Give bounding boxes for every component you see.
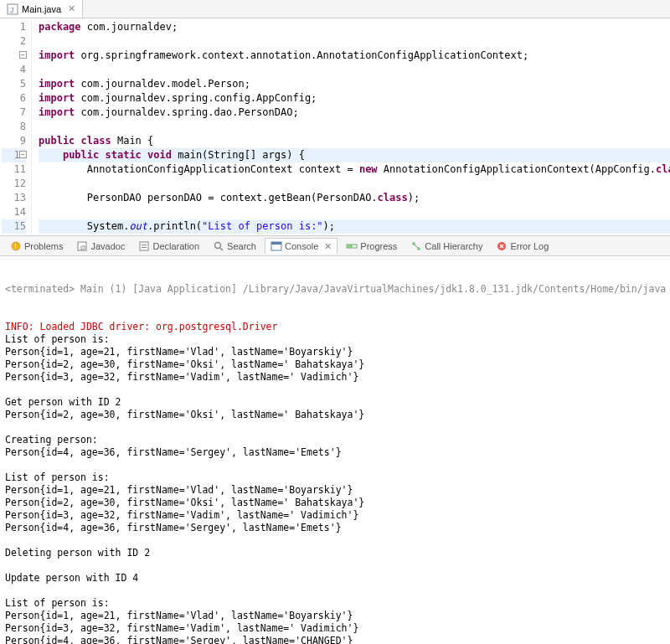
console-line: List of person is: [5, 597, 665, 610]
view-tab-label: Call Hierarchy [425, 241, 482, 251]
declaration-icon [138, 240, 150, 252]
console-line [5, 559, 665, 572]
console-line: Update person with ID 4 [5, 572, 665, 585]
console-line: Deleting person with ID 2 [5, 547, 665, 559]
console-line: Person{id=1, age=21, firstName='Vlad', l… [5, 346, 665, 358]
code-line[interactable] [39, 205, 670, 219]
error-icon [496, 240, 508, 252]
code-line[interactable]: import com.journaldev.spring.config.AppC… [39, 91, 670, 106]
svg-rect-12 [271, 242, 281, 245]
console-line: Person{id=4, age=36, firstName='Sergey',… [5, 446, 665, 459]
view-tab-label: Error Log [510, 241, 549, 251]
problems-icon: ! [10, 240, 22, 252]
tab-progress[interactable]: Progress [341, 239, 402, 254]
console-line: Person{id=4, age=36, firstName='Sergey',… [5, 522, 665, 534]
console-line: Person{id=3, age=32, firstName='Vadim', … [5, 371, 665, 384]
svg-text:!: ! [14, 242, 17, 250]
console-icon [271, 240, 282, 252]
editor-pane: J Main.java ✕ 123−45678910−1112131415 pa… [0, 0, 670, 236]
console-line [5, 459, 665, 471]
code-line[interactable]: import org.springframework.context.annot… [39, 49, 670, 63]
svg-text:J: J [10, 6, 14, 14]
view-tab-label: Problems [24, 241, 63, 251]
view-tab-label: Progress [360, 241, 397, 251]
console-terminated-line: <terminated> Main (1) [Java Application]… [5, 283, 665, 296]
hierarchy-icon [410, 240, 422, 252]
code-line[interactable]: package com.journaldev; [39, 20, 670, 34]
console-line: Person{id=1, age=21, firstName='Vlad', l… [5, 484, 665, 497]
code-editor[interactable]: 123−45678910−1112131415 package com.jour… [0, 18, 670, 235]
views-pane: !Problems@JavadocDeclarationSearchConsol… [0, 236, 670, 644]
svg-rect-7 [142, 245, 147, 245]
tab-javadoc[interactable]: @Javadoc [71, 239, 130, 254]
view-tab-label: Search [227, 241, 256, 251]
tab-declaration[interactable]: Declaration [133, 239, 204, 254]
editor-tab-bar: J Main.java ✕ [0, 0, 670, 18]
code-line[interactable]: AnnotationConfigApplicationContext conte… [39, 162, 670, 177]
console-line: Person{id=1, age=21, firstName='Vlad', l… [5, 610, 665, 622]
console-line: Person{id=2, age=30, firstName='Oksi', l… [5, 358, 665, 371]
console-line: Creating person: [5, 434, 665, 446]
tab-callhierarchy[interactable]: Call Hierarchy [405, 239, 487, 254]
svg-line-17 [415, 245, 418, 248]
svg-line-10 [220, 248, 223, 250]
console-line: List of person is: [5, 471, 665, 484]
svg-text:@: @ [80, 244, 86, 251]
view-tab-label: Javadoc [90, 241, 125, 251]
tab-search[interactable]: Search [208, 239, 261, 254]
svg-rect-6 [140, 242, 148, 250]
console-line: Person{id=3, age=32, firstName='Vadim', … [5, 509, 665, 522]
line-gutter: 123−45678910−1112131415 [0, 18, 32, 235]
console-line: Person{id=2, age=30, firstName='Oksi', l… [5, 409, 665, 421]
view-tab-label: Console [285, 241, 318, 251]
close-icon[interactable]: ✕ [64, 3, 75, 14]
view-tab-bar: !Problems@JavadocDeclarationSearchConsol… [0, 236, 670, 256]
code-line[interactable]: import com.journaldev.spring.dao.PersonD… [39, 106, 670, 120]
svg-rect-8 [142, 247, 147, 248]
console-line [5, 585, 665, 597]
code-line[interactable]: PersonDAO personDAO = context.getBean(Pe… [39, 191, 670, 205]
editor-tab-label: Main.java [22, 4, 61, 14]
javadoc-icon: @ [76, 240, 88, 252]
console-line [5, 421, 665, 434]
console-line [5, 534, 665, 547]
svg-point-9 [215, 242, 221, 248]
fold-toggle-icon[interactable]: − [19, 151, 27, 158]
code-content[interactable]: package com.journaldev; import org.sprin… [32, 18, 670, 235]
code-line[interactable]: System.out.println("List of person is:")… [39, 219, 670, 234]
code-line[interactable] [39, 177, 670, 191]
code-line[interactable] [39, 34, 670, 49]
console-line: INFO: Loaded JDBC driver: org.postgresql… [5, 321, 665, 333]
console-line: Person{id=2, age=30, firstName='Oksi', l… [5, 497, 665, 509]
code-line[interactable]: public class Main { [39, 134, 670, 148]
code-line[interactable]: public static void main(String[] args) { [39, 148, 670, 162]
search-icon [213, 240, 224, 252]
code-line[interactable] [39, 120, 670, 134]
console-line: List of person is: [5, 333, 665, 346]
code-line[interactable]: import com.journaldev.model.Person; [39, 77, 670, 91]
close-icon[interactable]: ✕ [321, 241, 332, 252]
editor-tab-main[interactable]: J Main.java ✕ [0, 0, 83, 18]
svg-rect-14 [347, 245, 353, 248]
progress-icon [346, 240, 358, 252]
tab-console[interactable]: Console✕ [265, 238, 338, 254]
console-line [5, 384, 665, 396]
tab-errorlog[interactable]: Error Log [491, 239, 554, 254]
java-file-icon: J [7, 3, 18, 15]
tab-problems[interactable]: !Problems [5, 239, 68, 254]
fold-toggle-icon[interactable]: − [19, 51, 27, 59]
console-line: Person{id=4, age=36, firstName='Sergey',… [5, 635, 665, 644]
console-output[interactable]: <terminated> Main (1) [Java Application]… [0, 256, 670, 644]
code-line[interactable] [39, 63, 670, 77]
view-tab-label: Declaration [152, 241, 199, 251]
console-line: Get person with ID 2 [5, 396, 665, 409]
console-line: Person{id=3, age=32, firstName='Vadim', … [5, 622, 665, 635]
